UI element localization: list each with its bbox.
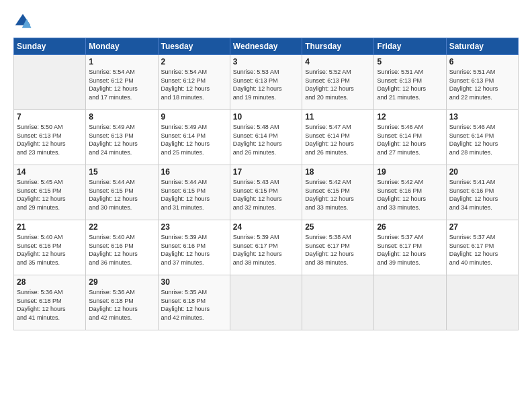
day-number: 24 xyxy=(233,222,299,232)
calendar-cell: 8Sunrise: 5:49 AM Sunset: 6:13 PM Daylig… xyxy=(86,110,158,165)
weekday-header-saturday: Saturday xyxy=(446,38,518,55)
calendar-cell: 3Sunrise: 5:53 AM Sunset: 6:13 PM Daylig… xyxy=(230,55,302,110)
cell-info: Sunrise: 5:36 AM Sunset: 6:18 PM Dayligh… xyxy=(89,288,154,322)
calendar-cell: 28Sunrise: 5:36 AM Sunset: 6:18 PM Dayli… xyxy=(14,275,86,330)
calendar-cell: 22Sunrise: 5:40 AM Sunset: 6:16 PM Dayli… xyxy=(86,220,158,275)
calendar-cell: 1Sunrise: 5:54 AM Sunset: 6:12 PM Daylig… xyxy=(86,55,158,110)
calendar-cell: 4Sunrise: 5:52 AM Sunset: 6:13 PM Daylig… xyxy=(302,55,374,110)
calendar-cell xyxy=(446,275,518,330)
page-container: SundayMondayTuesdayWednesdayThursdayFrid… xyxy=(0,0,532,411)
cell-info: Sunrise: 5:44 AM Sunset: 6:15 PM Dayligh… xyxy=(161,178,227,212)
cell-info: Sunrise: 5:38 AM Sunset: 6:17 PM Dayligh… xyxy=(305,233,371,267)
calendar-row-4: 28Sunrise: 5:36 AM Sunset: 6:18 PM Dayli… xyxy=(14,275,519,330)
day-number: 11 xyxy=(305,112,371,122)
day-number: 4 xyxy=(305,57,371,66)
cell-info: Sunrise: 5:39 AM Sunset: 6:16 PM Dayligh… xyxy=(161,233,227,267)
calendar-cell: 23Sunrise: 5:39 AM Sunset: 6:16 PM Dayli… xyxy=(158,220,230,275)
calendar-cell: 19Sunrise: 5:42 AM Sunset: 6:16 PM Dayli… xyxy=(374,165,446,220)
day-number: 25 xyxy=(305,222,371,232)
day-number: 2 xyxy=(161,57,227,66)
calendar-cell: 2Sunrise: 5:54 AM Sunset: 6:12 PM Daylig… xyxy=(158,55,230,110)
day-number: 3 xyxy=(233,57,299,66)
calendar-cell xyxy=(374,275,446,330)
calendar-cell: 30Sunrise: 5:35 AM Sunset: 6:18 PM Dayli… xyxy=(158,275,230,330)
day-number: 28 xyxy=(17,277,83,287)
cell-info: Sunrise: 5:46 AM Sunset: 6:14 PM Dayligh… xyxy=(377,123,443,156)
calendar-cell: 27Sunrise: 5:37 AM Sunset: 6:17 PM Dayli… xyxy=(446,220,518,275)
calendar-cell: 21Sunrise: 5:40 AM Sunset: 6:16 PM Dayli… xyxy=(14,220,86,275)
day-number: 10 xyxy=(233,112,299,122)
calendar-cell: 14Sunrise: 5:45 AM Sunset: 6:15 PM Dayli… xyxy=(14,165,86,220)
calendar-cell: 12Sunrise: 5:46 AM Sunset: 6:14 PM Dayli… xyxy=(374,110,446,165)
day-number: 17 xyxy=(233,167,299,177)
cell-info: Sunrise: 5:51 AM Sunset: 6:13 PM Dayligh… xyxy=(449,68,515,101)
calendar-row-2: 14Sunrise: 5:45 AM Sunset: 6:15 PM Dayli… xyxy=(14,165,519,220)
day-number: 21 xyxy=(17,222,83,232)
cell-info: Sunrise: 5:49 AM Sunset: 6:14 PM Dayligh… xyxy=(161,123,227,156)
day-number: 19 xyxy=(377,167,443,177)
day-number: 1 xyxy=(89,57,154,66)
day-number: 5 xyxy=(377,57,443,66)
day-number: 26 xyxy=(377,222,443,232)
weekday-header-thursday: Thursday xyxy=(302,38,374,55)
cell-info: Sunrise: 5:37 AM Sunset: 6:17 PM Dayligh… xyxy=(449,233,515,267)
calendar-cell: 9Sunrise: 5:49 AM Sunset: 6:14 PM Daylig… xyxy=(158,110,230,165)
calendar-cell: 17Sunrise: 5:43 AM Sunset: 6:15 PM Dayli… xyxy=(230,165,302,220)
cell-info: Sunrise: 5:50 AM Sunset: 6:13 PM Dayligh… xyxy=(17,123,83,156)
weekday-header-wednesday: Wednesday xyxy=(230,38,302,55)
calendar-cell: 10Sunrise: 5:48 AM Sunset: 6:14 PM Dayli… xyxy=(230,110,302,165)
day-number: 13 xyxy=(449,112,515,122)
day-number: 6 xyxy=(449,57,515,66)
calendar-cell: 26Sunrise: 5:37 AM Sunset: 6:17 PM Dayli… xyxy=(374,220,446,275)
calendar-cell: 5Sunrise: 5:51 AM Sunset: 6:13 PM Daylig… xyxy=(374,55,446,110)
cell-info: Sunrise: 5:35 AM Sunset: 6:18 PM Dayligh… xyxy=(161,288,227,322)
cell-info: Sunrise: 5:45 AM Sunset: 6:15 PM Dayligh… xyxy=(17,178,83,212)
weekday-header-friday: Friday xyxy=(374,38,446,55)
day-number: 20 xyxy=(449,167,515,177)
cell-info: Sunrise: 5:48 AM Sunset: 6:14 PM Dayligh… xyxy=(233,123,299,156)
cell-info: Sunrise: 5:43 AM Sunset: 6:15 PM Dayligh… xyxy=(233,178,299,212)
calendar-cell: 16Sunrise: 5:44 AM Sunset: 6:15 PM Dayli… xyxy=(158,165,230,220)
cell-info: Sunrise: 5:54 AM Sunset: 6:12 PM Dayligh… xyxy=(161,68,227,101)
day-number: 18 xyxy=(305,167,371,177)
day-number: 30 xyxy=(161,277,227,287)
calendar-cell: 20Sunrise: 5:41 AM Sunset: 6:16 PM Dayli… xyxy=(446,165,518,220)
cell-info: Sunrise: 5:44 AM Sunset: 6:15 PM Dayligh… xyxy=(89,178,154,212)
cell-info: Sunrise: 5:36 AM Sunset: 6:18 PM Dayligh… xyxy=(17,288,83,322)
calendar-cell: 7Sunrise: 5:50 AM Sunset: 6:13 PM Daylig… xyxy=(14,110,86,165)
cell-info: Sunrise: 5:37 AM Sunset: 6:17 PM Dayligh… xyxy=(377,233,443,267)
cell-info: Sunrise: 5:49 AM Sunset: 6:13 PM Dayligh… xyxy=(89,123,154,156)
cell-info: Sunrise: 5:47 AM Sunset: 6:14 PM Dayligh… xyxy=(305,123,371,156)
calendar-cell xyxy=(302,275,374,330)
logo xyxy=(13,12,34,31)
calendar-cell: 15Sunrise: 5:44 AM Sunset: 6:15 PM Dayli… xyxy=(86,165,158,220)
weekday-header-tuesday: Tuesday xyxy=(158,38,230,55)
cell-info: Sunrise: 5:40 AM Sunset: 6:16 PM Dayligh… xyxy=(89,233,154,267)
day-number: 12 xyxy=(377,112,443,122)
day-number: 7 xyxy=(17,112,83,122)
calendar-cell: 18Sunrise: 5:42 AM Sunset: 6:15 PM Dayli… xyxy=(302,165,374,220)
cell-info: Sunrise: 5:46 AM Sunset: 6:14 PM Dayligh… xyxy=(449,123,515,156)
calendar-cell: 11Sunrise: 5:47 AM Sunset: 6:14 PM Dayli… xyxy=(302,110,374,165)
calendar-cell: 13Sunrise: 5:46 AM Sunset: 6:14 PM Dayli… xyxy=(446,110,518,165)
page-header xyxy=(13,12,519,31)
cell-info: Sunrise: 5:39 AM Sunset: 6:17 PM Dayligh… xyxy=(233,233,299,267)
cell-info: Sunrise: 5:52 AM Sunset: 6:13 PM Dayligh… xyxy=(305,68,371,101)
calendar-cell xyxy=(14,55,86,110)
weekday-header-row: SundayMondayTuesdayWednesdayThursdayFrid… xyxy=(14,38,519,55)
cell-info: Sunrise: 5:53 AM Sunset: 6:13 PM Dayligh… xyxy=(233,68,299,101)
calendar-row-3: 21Sunrise: 5:40 AM Sunset: 6:16 PM Dayli… xyxy=(14,220,519,275)
day-number: 23 xyxy=(161,222,227,232)
calendar-cell: 6Sunrise: 5:51 AM Sunset: 6:13 PM Daylig… xyxy=(446,55,518,110)
day-number: 14 xyxy=(17,167,83,177)
day-number: 22 xyxy=(89,222,154,232)
day-number: 27 xyxy=(449,222,515,232)
calendar-cell xyxy=(230,275,302,330)
calendar-cell: 29Sunrise: 5:36 AM Sunset: 6:18 PM Dayli… xyxy=(86,275,158,330)
cell-info: Sunrise: 5:42 AM Sunset: 6:15 PM Dayligh… xyxy=(305,178,371,212)
cell-info: Sunrise: 5:41 AM Sunset: 6:16 PM Dayligh… xyxy=(449,178,515,212)
cell-info: Sunrise: 5:40 AM Sunset: 6:16 PM Dayligh… xyxy=(17,233,83,267)
cell-info: Sunrise: 5:54 AM Sunset: 6:12 PM Dayligh… xyxy=(89,68,154,101)
day-number: 8 xyxy=(89,112,154,122)
day-number: 15 xyxy=(89,167,154,177)
